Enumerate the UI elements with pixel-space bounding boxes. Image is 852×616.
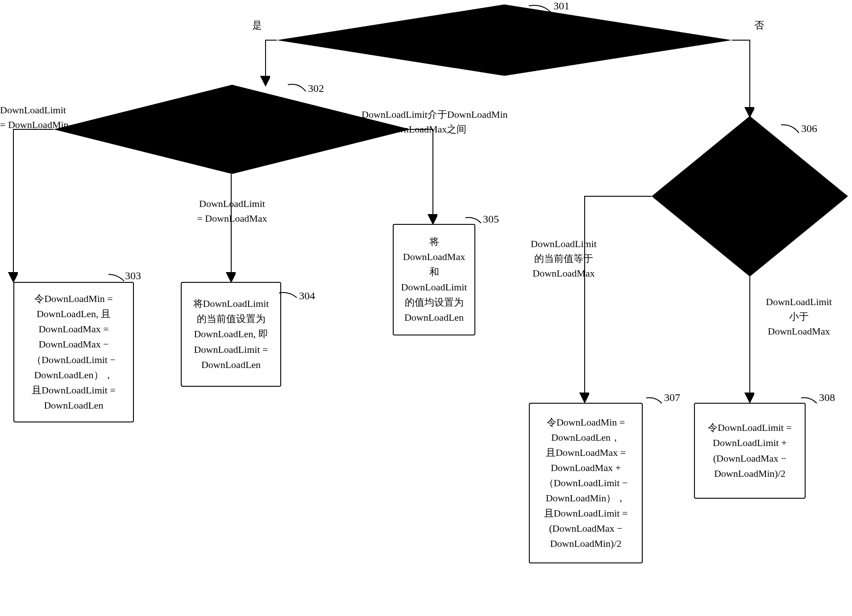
process-308-text: 令DownLoadLimit =DownLoadLimit +(DownLoad… — [708, 420, 792, 481]
decision-306-line1: 判断 — [740, 149, 760, 160]
decision-306: 判断 DownLoadLimit 的当前值与阈值估算范围 DownLoadMin… — [683, 147, 817, 239]
process-303-text: 令DownLoadMin =DownLoadLen, 且DownLoadMax … — [32, 291, 116, 413]
ref-305: 305 — [483, 213, 499, 225]
edge-306-307-line1: DownLoadLimit — [531, 238, 597, 249]
edge-label-302-304: DownLoadLimit = DownLoadMax — [185, 196, 279, 226]
process-308: 令DownLoadLimit =DownLoadLimit +(DownLoad… — [694, 403, 806, 499]
edge-label-306-308: DownLoadLimit 小于 DownLoadMax — [750, 294, 848, 339]
ref-302: 302 — [308, 83, 324, 95]
edge-302-303-line1: DownLoadLimit — [0, 104, 66, 116]
edge-306-307-line3: DownLoadMax — [532, 268, 594, 279]
process-303: 令DownLoadMin =DownLoadLen, 且DownLoadMax … — [13, 282, 134, 422]
process-305-text: 将DownLoadMax和DownLoadLimit的值均设置为DownLoad… — [401, 234, 467, 326]
process-307-text: 令DownLoadMin =DownLoadLen，且DownLoadMax =… — [544, 415, 628, 552]
edge-label-306-307: DownLoadLimit 的当前值等于 DownLoadMax — [510, 236, 617, 281]
decision-301-line2: 所获取的DownLoadLen是否小于当前阈值 — [416, 28, 593, 39]
decision-301: 移动终端判断 所获取的DownLoadLen是否小于当前阈值 DownLoadL… — [388, 11, 620, 57]
ref-306: 306 — [801, 123, 817, 135]
decision-306-line6: 的大小关系 — [725, 225, 774, 236]
edge-306-308-line1: DownLoadLimit — [766, 296, 832, 307]
flowchart-stage: 是 否 DownLoadLimit = DownLoadMin DownLoad… — [0, 0, 852, 616]
edge-label-no: 否 — [754, 18, 764, 33]
edge-302-305-line1: DownLoadLimit介于DownLoadMin — [362, 109, 508, 120]
decision-306-line2: DownLoadLimit — [717, 164, 783, 175]
decision-306-line5: 至DownLoadMax — [714, 210, 786, 221]
edge-302-305-line2: 和DownLoadMax之间 — [362, 124, 466, 135]
edge-302-303-line2: = DownLoadMin — [0, 119, 69, 130]
edge-302-304-line1: DownLoadLimit — [199, 198, 265, 209]
edge-label-302-305: DownLoadLimit介于DownLoadMin 和DownLoadMax之… — [362, 107, 558, 136]
ref-304: 304 — [299, 290, 315, 302]
decision-302-line2: 当前值与阈值估算范围DownLoadMin至 — [150, 120, 319, 132]
decision-301-line1: 移动终端判断 — [475, 13, 534, 24]
edge-306-307-line2: 的当前值等于 — [534, 253, 593, 264]
edge-306-308-line2: 小于 — [789, 311, 809, 322]
ref-308: 308 — [819, 392, 835, 404]
edge-306-308-line3: DownLoadMax — [768, 326, 830, 337]
ref-303: 303 — [125, 270, 141, 282]
process-305: 将DownLoadMax和DownLoadLimit的值均设置为DownLoad… — [393, 224, 475, 335]
decision-306-line4: DownLoadMin — [719, 194, 780, 206]
ref-301: 301 — [553, 0, 569, 12]
decision-302-line3: DownLoadMax的大小关系 — [179, 136, 290, 147]
process-304-text: 将DownLoadLimit的当前值设置为DownLoadLen, 即DownL… — [193, 296, 269, 372]
edge-302-304-line2: = DownLoadMax — [197, 213, 267, 224]
decision-302: 判断DownLoadLimit的 当前值与阈值估算范围DownLoadMin至 … — [129, 103, 339, 149]
decision-306-line3: 的当前值与阈值估算范围 — [696, 179, 804, 190]
decision-301-line3: DownLoadLimit — [471, 43, 537, 54]
edge-label-302-303: DownLoadLimit = DownLoadMin — [0, 103, 85, 132]
ref-307: 307 — [664, 392, 680, 404]
decision-302-line1: 判断DownLoadLimit的 — [187, 105, 282, 116]
edge-label-yes: 是 — [252, 18, 262, 33]
process-307: 令DownLoadMin =DownLoadLen，且DownLoadMax =… — [529, 403, 643, 563]
process-304: 将DownLoadLimit的当前值设置为DownLoadLen, 即DownL… — [181, 282, 281, 387]
